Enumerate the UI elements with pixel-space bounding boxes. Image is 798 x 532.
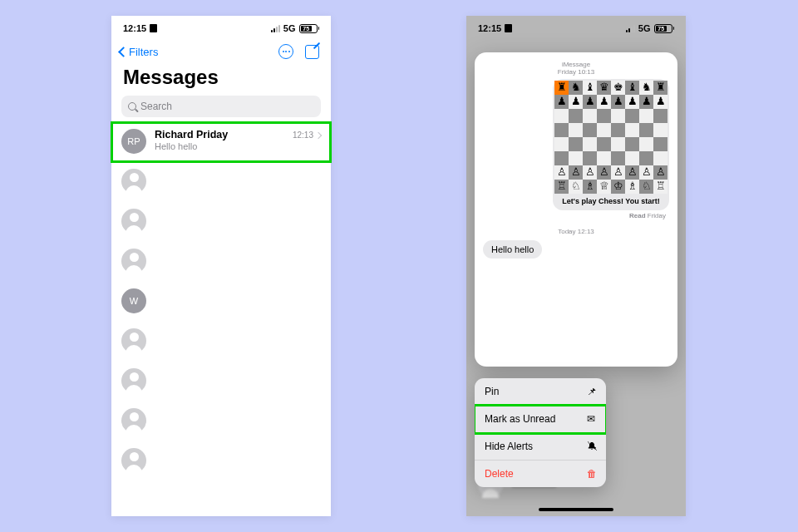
conversation-row[interactable]: W [111,282,331,322]
chess-caption: Let's play Chess! You start! [554,194,667,207]
conversation-row[interactable] [111,322,331,362]
chess-square: ♖ [554,180,569,194]
avatar [121,328,146,353]
menu-mark-unread[interactable]: Mark as Unread ✉︎ [475,406,606,433]
trash-icon: 🗑︎ [587,470,596,479]
chess-square [611,151,625,165]
avatar [121,209,146,234]
avatar [121,408,146,433]
avatar: W [121,288,146,313]
menu-delete[interactable]: Delete 🗑︎ [475,461,606,487]
chess-square: ♝ [583,81,597,95]
conversation-row[interactable] [111,441,331,481]
status-bar: 12:15 5G 75 [111,16,331,41]
chess-square [583,151,597,165]
chess-square [583,137,597,151]
chess-square: ♚ [611,81,625,95]
chess-message-bubble: ♜♞♝♛♚♝♞♜♟♟♟♟♟♟♟♟♙♙♙♙♙♙♙♙♖♘♗♕♔♗♘♖ Let's p… [553,79,669,210]
conversation-row[interactable]: RPRichard Priday12:13Hello hello [111,122,331,162]
conversation-preview-card[interactable]: iMessage Friday 10:13 ♜♞♝♛♚♝♞♜♟♟♟♟♟♟♟♟♙♙… [475,52,677,367]
sim-icon [150,24,157,32]
chess-square: ♘ [639,180,653,194]
chess-square: ♟ [625,95,639,109]
conversation-row[interactable] [111,362,331,401]
today-label: Today 12:13 [483,228,669,235]
chess-square [653,109,667,123]
chess-square: ♙ [611,165,625,180]
search-input[interactable]: Search [121,96,321,117]
phone-left: 12:15 5G 75 Filters Messages Search RPRi… [111,16,331,516]
chess-square [554,123,569,137]
chevron-left-icon [120,46,127,58]
chess-square [569,137,583,151]
chess-square: ♜ [554,81,569,95]
search-placeholder: Search [140,101,172,112]
avatar [121,249,146,273]
chess-square: ♟ [583,95,597,109]
nav-row: Filters [111,41,331,64]
back-button[interactable]: Filters [120,46,158,58]
conversation-row[interactable] [111,202,331,242]
signal-icon [271,24,280,32]
chess-square [554,151,569,165]
conversation-name: Richard Priday [155,129,228,140]
read-status: Read Friday [483,210,669,219]
chess-square [625,137,639,151]
chess-square [639,151,653,165]
chess-square: ♞ [639,81,653,95]
menu-hide-alerts[interactable]: Hide Alerts 🔕︎ [475,433,606,461]
chess-square [653,123,667,137]
chess-square [583,109,597,123]
chess-square [639,109,653,123]
battery-icon: 75 [654,24,675,33]
back-label: Filters [129,46,158,58]
chess-square [597,123,611,137]
chess-square [569,151,583,165]
conversation-row[interactable] [111,162,331,202]
chess-square [569,109,583,123]
chess-square: ♟ [597,95,611,109]
chess-square: ♔ [611,180,625,194]
chess-square [611,137,625,151]
chess-square: ♙ [554,165,569,180]
chess-square: ♟ [639,95,653,109]
home-indicator[interactable] [539,508,613,511]
chess-square [597,109,611,123]
chess-square [653,137,667,151]
chess-square: ♖ [653,180,667,194]
conversation-row[interactable] [111,242,331,282]
chess-square [597,137,611,151]
chess-square [639,137,653,151]
imessage-label: iMessage [483,61,669,68]
chess-square: ♙ [653,165,667,180]
status-time: 12:15 [123,23,146,33]
menu-pin[interactable]: Pin 📌︎ [475,378,606,406]
conversation-row[interactable] [111,401,331,441]
chess-square: ♙ [583,165,597,180]
incoming-bubble: Hello hello [483,240,542,259]
status-network: 5G [283,23,296,33]
phone-right: 12:15 5G 75 iMessage Friday 10:13 ♜♞♝♛♚♝… [466,16,686,516]
search-icon [128,102,136,111]
chess-square [611,109,625,123]
compose-icon[interactable] [305,45,319,59]
chessboard: ♜♞♝♛♚♝♞♜♟♟♟♟♟♟♟♟♙♙♙♙♙♙♙♙♖♘♗♕♔♗♘♖ [554,81,667,194]
avatar: RP [121,129,146,154]
chess-square: ♛ [597,81,611,95]
chess-square [625,109,639,123]
chess-square: ♞ [569,81,583,95]
chess-square [583,123,597,137]
chess-square: ♝ [625,81,639,95]
chess-square: ♙ [625,165,639,180]
chess-square: ♕ [597,180,611,194]
chess-square: ♜ [653,81,667,95]
chess-square [653,151,667,165]
conversation-preview: Hello hello [155,141,321,151]
chess-square [554,109,569,123]
battery-icon: 75 [299,24,320,33]
page-title: Messages [111,64,331,96]
more-icon[interactable] [278,44,293,59]
chess-square: ♟ [611,95,625,109]
bell-slash-icon: 🔕︎ [587,442,596,451]
status-network: 5G [638,23,651,33]
